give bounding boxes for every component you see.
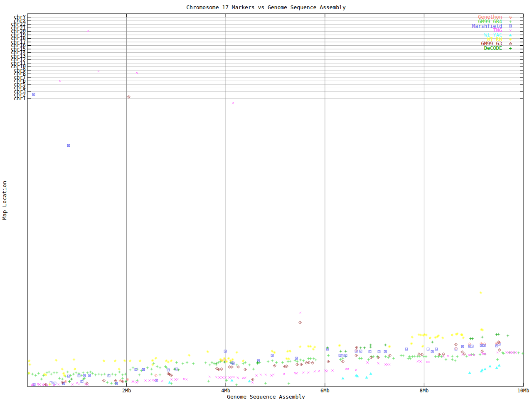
y-tick-label-chr1: chr1 xyxy=(1,97,26,101)
legend-symbol-square-dot-icon xyxy=(505,24,515,28)
x-tick-label-6Mb: 6Mb xyxy=(313,388,337,394)
plot-area xyxy=(0,0,532,399)
legend-symbol-diamond-dot-icon xyxy=(505,42,515,46)
series-gm99_g3 xyxy=(44,96,501,386)
legend-symbol-cross-icon xyxy=(505,28,515,33)
legend-item-decode: DeCODE xyxy=(472,46,515,51)
legend-symbol-triangle-icon xyxy=(505,33,515,37)
legend-symbol-diamond-dot-icon xyxy=(505,15,515,20)
series-decode xyxy=(68,333,509,383)
legend-label: DeCODE xyxy=(484,46,502,50)
series-gm99_gb4 xyxy=(27,351,524,386)
x-tick-label-8Mb: 8Mb xyxy=(411,388,436,394)
legend-symbol-plus-icon xyxy=(505,20,515,24)
series-wi_rh xyxy=(28,291,484,386)
legend: GenethonGM99 GB4MarshfieldTNGWI YACWI RH… xyxy=(472,15,515,51)
legend-symbol-plus-icon xyxy=(505,46,515,51)
legend-symbol-star-icon xyxy=(505,37,515,42)
chart: Chromosome 17 Markers vs Genome Sequence… xyxy=(0,0,532,399)
series-tng xyxy=(31,30,516,386)
x-tick-label-2Mb: 2Mb xyxy=(114,388,139,394)
x-tick-label-4Mb: 4Mb xyxy=(213,388,238,394)
series-wi_yac xyxy=(168,364,500,384)
series-marshfield xyxy=(32,93,500,386)
x-tick-label-10Mb: 10Mb xyxy=(511,388,532,394)
